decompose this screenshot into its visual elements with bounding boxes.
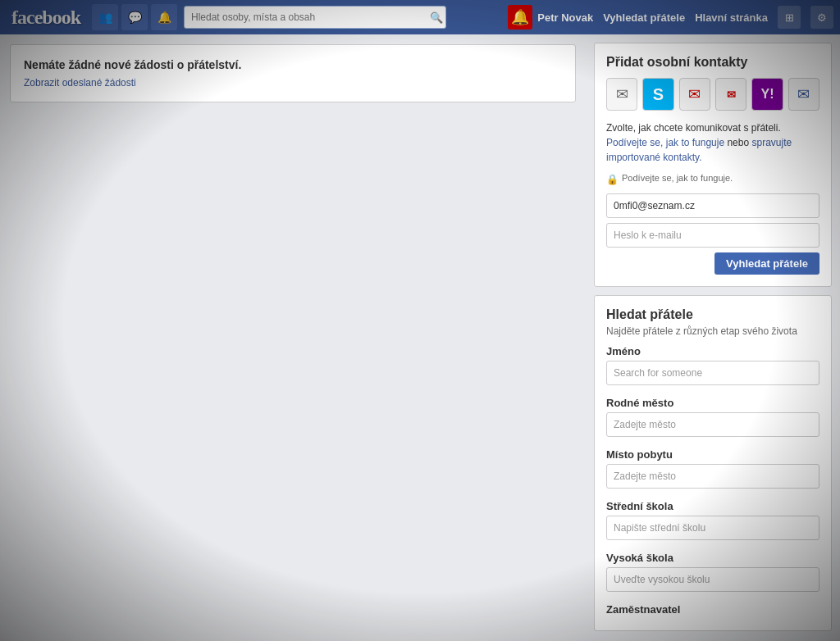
university-input[interactable]: [606, 567, 819, 592]
add-contacts-title: Přidat osobní kontakty: [606, 55, 819, 70]
find-friends-button[interactable]: Vyhledat přátele: [714, 252, 819, 275]
find-friends-widget: Hledat přátele Najděte přátele z různých…: [594, 295, 832, 631]
how-it-works-link[interactable]: Podívejte se, jak to funguje: [606, 137, 724, 148]
email-icon[interactable]: ✉: [606, 78, 637, 111]
find-friends-nav-link[interactable]: Vyhledat přátele: [603, 11, 685, 24]
find-friends-title: Hledat přátele: [606, 307, 819, 322]
high-school-label: Střední škola: [606, 500, 819, 512]
employer-label: Zaměstnavatel: [606, 603, 819, 616]
aol-icon[interactable]: ✉: [715, 78, 746, 111]
contact-icons: ✉ S ✉ ✉ Y! ✉: [606, 78, 819, 111]
name-input[interactable]: [606, 361, 819, 385]
find-friends-desc: Najděte přátele z různých etap svého živ…: [606, 325, 819, 337]
friend-requests-box: Nemáte žádné nové žádosti o přátelství. …: [10, 44, 576, 102]
privacy-note: 🔒 Podívejte se, jak to funguje.: [606, 173, 819, 185]
contact-or-text: nebo: [724, 137, 751, 148]
user-avatar: 🔔: [508, 5, 532, 30]
settings-icon[interactable]: ⚙: [810, 6, 833, 29]
find-friends-btn-wrap: Vyhledat přátele: [606, 252, 819, 275]
friends-nav-icon[interactable]: 👥: [92, 4, 118, 30]
hometown-input[interactable]: [606, 412, 819, 437]
hotmail-icon[interactable]: ✉: [679, 78, 710, 111]
messages-nav-icon[interactable]: 💬: [121, 4, 148, 30]
hometown-label: Rodné město: [606, 397, 819, 409]
topbar-username: Petr Novak: [537, 11, 593, 24]
topbar-search-button[interactable]: 🔍: [430, 11, 443, 24]
password-input[interactable]: [606, 223, 819, 248]
lock-icon: 🔒: [606, 174, 619, 185]
email-input[interactable]: [606, 193, 819, 218]
no-requests-title: Nemáte žádné nové žádosti o přátelství.: [24, 58, 562, 71]
facebook-logo: facebook: [7, 5, 85, 30]
high-school-input[interactable]: [606, 516, 819, 540]
name-label: Jméno: [606, 345, 819, 357]
left-column: Nemáte žádné nové žádosti o přátelství. …: [0, 34, 586, 641]
other-mail-icon[interactable]: ✉: [788, 78, 819, 111]
contact-desc: Zvolte, jak chcete komunikovat s přáteli…: [606, 120, 819, 165]
contact-desc-text: Zvolte, jak chcete komunikovat s přáteli…: [606, 122, 781, 134]
add-contacts-widget: Přidat osobní kontakty ✉ S ✉ ✉ Y! ✉ Zvol…: [594, 43, 832, 287]
right-column: Přidat osobní kontakty ✉ S ✉ ✉ Y! ✉ Zvol…: [586, 34, 840, 641]
topbar-user[interactable]: 🔔 Petr Novak: [508, 5, 593, 30]
university-label: Vysoká škola: [606, 552, 819, 564]
home-nav-link[interactable]: Hlavní stránka: [695, 11, 768, 24]
yahoo-icon[interactable]: Y!: [751, 78, 783, 111]
topbar: facebook 👥 💬 🔔 🔍 🔔 Petr Novak Vyhledat p…: [0, 0, 840, 34]
current-city-label: Místo pobytu: [606, 448, 819, 461]
current-city-input[interactable]: [606, 464, 819, 489]
grid-icon[interactable]: ⊞: [778, 6, 801, 29]
show-sent-link[interactable]: Zobrazit odeslané žádosti: [24, 77, 136, 89]
privacy-text: Podívejte se, jak to funguje.: [622, 173, 733, 183]
notifications-nav-icon[interactable]: 🔔: [151, 4, 177, 30]
skype-icon[interactable]: S: [642, 78, 673, 111]
topbar-right: 🔔 Petr Novak Vyhledat přátele Hlavní str…: [508, 5, 833, 30]
main-content: Nemáte žádné nové žádosti o přátelství. …: [0, 34, 840, 641]
topbar-search-input[interactable]: [184, 6, 446, 29]
nav-icons: 👥 💬 🔔: [92, 4, 177, 30]
search-bar-wrap: 🔍: [184, 6, 446, 29]
